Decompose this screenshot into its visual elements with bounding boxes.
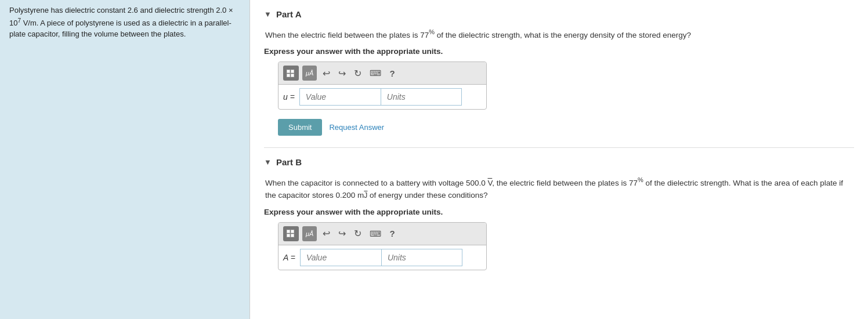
part-a-title: Part A bbox=[276, 9, 302, 19]
part-b-toolbar: μÅ ↩ ↪ ↻ ⌨ ? bbox=[279, 223, 486, 245]
part-a-redo-button[interactable]: ↪ bbox=[336, 67, 348, 80]
part-a-unit-button[interactable]: μÅ bbox=[302, 66, 317, 81]
right-panel: ▼ Part A When the electric field between… bbox=[249, 0, 868, 319]
part-b-grid-icon bbox=[287, 230, 294, 237]
part-a-reset-button[interactable]: ↻ bbox=[352, 67, 364, 80]
part-a-submit-button[interactable]: Submit bbox=[278, 119, 322, 136]
part-b-answer-box: μÅ ↩ ↪ ↻ ⌨ ? A = bbox=[278, 222, 487, 270]
part-b-value-input[interactable] bbox=[300, 249, 381, 266]
part-a-question: When the electric field between the plat… bbox=[265, 27, 854, 41]
part-b-template-button[interactable] bbox=[283, 226, 299, 241]
part-a-toolbar: μÅ ↩ ↪ ↻ ⌨ ? bbox=[279, 62, 486, 85]
part-b-chevron-icon[interactable]: ▼ bbox=[264, 158, 272, 166]
part-a-undo-button[interactable]: ↩ bbox=[320, 67, 332, 80]
part-a-express-label: Express your answer with the appropriate… bbox=[264, 47, 854, 56]
part-a-request-answer-link[interactable]: Request Answer bbox=[329, 123, 384, 132]
part-b-help-button[interactable]: ? bbox=[387, 227, 397, 240]
part-b-units-input[interactable] bbox=[381, 249, 462, 266]
part-a-header: ▼ Part A bbox=[264, 9, 854, 19]
part-b-section: ▼ Part B When the capacitor is connected… bbox=[264, 148, 854, 289]
left-panel: Polystyrene has dielectric constant 2.6 … bbox=[0, 0, 249, 319]
part-b-redo-button[interactable]: ↪ bbox=[336, 227, 348, 240]
part-a-var-label: u = bbox=[283, 92, 295, 102]
part-a-keyboard-button[interactable]: ⌨ bbox=[367, 67, 384, 79]
part-b-undo-button[interactable]: ↩ bbox=[320, 227, 332, 240]
part-a-template-button[interactable] bbox=[283, 66, 299, 81]
part-a-section: ▼ Part A When the electric field between… bbox=[264, 0, 854, 148]
part-a-units-input[interactable] bbox=[381, 88, 462, 106]
part-a-action-row: Submit Request Answer bbox=[278, 119, 854, 136]
part-b-input-row: A = bbox=[279, 245, 486, 270]
part-b-express-label: Express your answer with the appropriate… bbox=[264, 208, 854, 216]
part-b-question: When the capacitor is connected to a bat… bbox=[265, 175, 854, 202]
part-b-var-label: A = bbox=[283, 253, 295, 262]
part-b-keyboard-button[interactable]: ⌨ bbox=[367, 228, 384, 240]
part-a-answer-box: μÅ ↩ ↪ ↻ ⌨ ? u = bbox=[278, 61, 487, 110]
problem-text: Polystyrene has dielectric constant 2.6 … bbox=[9, 5, 240, 40]
part-b-reset-button[interactable]: ↻ bbox=[352, 227, 364, 240]
part-a-value-input[interactable] bbox=[299, 88, 381, 106]
part-b-title: Part B bbox=[276, 157, 302, 167]
part-b-header: ▼ Part B bbox=[264, 157, 854, 167]
part-a-input-row: u = bbox=[279, 85, 486, 109]
part-a-help-button[interactable]: ? bbox=[387, 67, 397, 79]
part-a-grid-icon bbox=[287, 70, 294, 77]
part-b-unit-button[interactable]: μÅ bbox=[302, 226, 317, 241]
part-a-chevron-icon[interactable]: ▼ bbox=[264, 10, 272, 19]
